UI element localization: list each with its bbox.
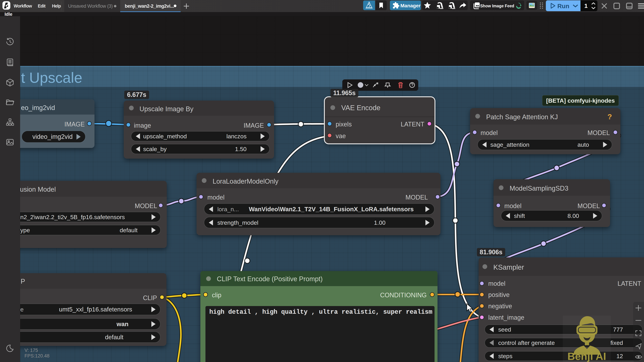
svg-text:Benji AI: Benji AI (567, 351, 606, 362)
